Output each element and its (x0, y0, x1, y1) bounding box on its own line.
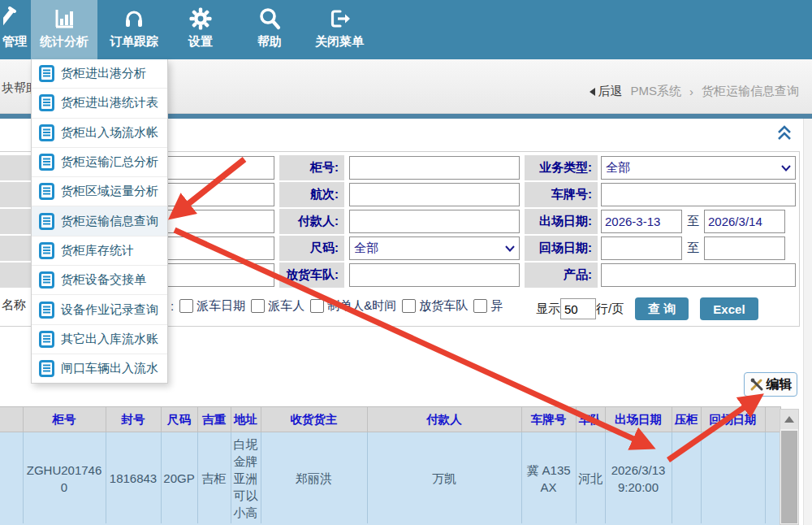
nav-item-order-tracking[interactable]: 订单跟踪 (99, 0, 169, 59)
menu-item-label: 设备作业记录查询 (61, 302, 158, 318)
clipped-tool-icon (3, 6, 26, 32)
results-table: 柜号 封号 尺码 吉重 地址 收货货主 付款人 车牌号 车队 出场日期 压柜 回… (0, 406, 781, 525)
table-header-row: 柜号 封号 尺码 吉重 地址 收货货主 付款人 车牌号 车队 出场日期 压柜 回… (0, 407, 780, 432)
stats-analysis-dropdown: 货柜进出港分析 货柜进出港统计表 货柜出入场流水帐 货柜运输汇总分析 货柜区域运… (31, 59, 168, 384)
checkbox-dispatch-date[interactable] (179, 299, 193, 313)
breadcrumb: 后退 PMS系统 › 货柜运输信息查询 (590, 84, 799, 99)
header-hold: 压柜 (672, 407, 701, 432)
query-button[interactable]: 查 询 (635, 297, 689, 320)
document-icon (39, 154, 54, 171)
cell-consignee: 郑丽洪 (261, 432, 367, 525)
menu-item-region-volume[interactable]: 货柜区域运量分析 (32, 177, 167, 206)
size-select[interactable]: 全部 (349, 236, 520, 260)
nav-item-label: 帮助 (257, 34, 282, 50)
checkbox-dispatcher[interactable] (251, 299, 265, 313)
headset-icon (121, 6, 147, 32)
plate-no-field-wrap (601, 182, 796, 207)
cell-weight: 吉柜 (197, 432, 231, 525)
menu-item-transport-info-query[interactable]: 货柜运输信息查询 (32, 206, 167, 236)
nav-item-close-menu[interactable]: 关闭菜单 (306, 0, 373, 59)
nav-item-manage[interactable]: 管理 (0, 0, 29, 59)
back-triangle-icon (590, 88, 595, 96)
return-date-to-input[interactable] (704, 236, 785, 260)
colon-fragment: : (171, 299, 174, 313)
nav-item-label: 设置 (188, 34, 213, 50)
header-weight: 吉重 (197, 407, 231, 432)
menu-item-container-port-table[interactable]: 货柜进出港统计表 (32, 89, 167, 118)
release-fleet-field-wrap (349, 262, 520, 288)
release-fleet-input[interactable] (349, 263, 520, 287)
exit-date-from-input[interactable] (601, 210, 682, 233)
checkbox-maker-time[interactable] (310, 299, 324, 313)
document-icon (39, 242, 54, 259)
field-label-size: 尺码: (279, 236, 344, 261)
document-icon (39, 183, 54, 200)
checkbox-label: 派车人 (268, 298, 304, 314)
menu-item-inventory-stats[interactable]: 货柜库存统计 (32, 236, 167, 266)
scrollbar-up-button[interactable] (780, 410, 798, 429)
menu-item-label: 货柜运输信息查询 (61, 214, 158, 229)
nav-item-settings[interactable]: 设置 (175, 0, 226, 59)
page-scrollbar-strip[interactable] (803, 119, 812, 525)
header-exit-date: 出场日期 (605, 407, 672, 432)
menu-item-equipment-records[interactable]: 设备作业记录查询 (32, 295, 167, 324)
field-label-payer: 付款人: (279, 209, 344, 234)
nav-item-help[interactable]: 帮助 (245, 0, 294, 59)
menu-item-equipment-handover[interactable]: 货柜设备交接单 (32, 266, 167, 295)
cell-container-no: ZGHU2017460 (23, 432, 106, 525)
menu-item-label: 货柜进出港分析 (61, 66, 146, 81)
checkbox-label: 异 (490, 298, 503, 314)
checkbox-label: 派车日期 (197, 298, 245, 314)
business-type-select[interactable]: 全部 (601, 156, 796, 180)
table-row[interactable]: ZGHU2017460 1816843 20GP 吉柜 白坭金牌亚洲可以小高 郑… (0, 432, 780, 525)
cell-payer: 万凯 (367, 432, 521, 525)
payer-field-wrap (349, 209, 520, 234)
header-consignee: 收货货主 (261, 407, 367, 432)
edit-button[interactable]: 编辑 (744, 372, 797, 397)
excel-button[interactable]: Excel (700, 297, 758, 320)
document-icon (39, 360, 54, 377)
checkbox-release-fleet[interactable] (402, 299, 416, 313)
menu-item-gate-vehicle-flow[interactable]: 闸口车辆出入流水 (32, 354, 167, 383)
field-label-release-fleet: 放货车队: (279, 262, 344, 288)
breadcrumb-system[interactable]: PMS系统 (630, 84, 681, 99)
container-no-field-wrap (349, 155, 520, 180)
menu-item-transport-summary[interactable]: 货柜运输汇总分析 (32, 148, 167, 177)
container-no-input[interactable] (349, 156, 520, 180)
menu-item-label: 货柜进出港统计表 (61, 95, 158, 111)
scrollbar-thumb[interactable] (781, 431, 797, 523)
edit-button-label: 编辑 (767, 376, 793, 393)
nav-item-stats-analysis[interactable]: 统计分析 (31, 0, 97, 59)
collapse-panel-button[interactable] (775, 125, 793, 141)
menu-item-label: 货柜出入场流水帐 (61, 125, 158, 141)
document-icon (39, 302, 54, 319)
menu-item-inout-yard-ledger[interactable]: 货柜出入场流水帐 (32, 119, 167, 148)
top-nav: 管理 统计分析 订单跟踪 (0, 0, 812, 59)
menu-item-label: 货柜运输汇总分析 (61, 154, 158, 170)
return-date-field-wrap: 至 (601, 236, 796, 261)
checkbox-abnormal[interactable] (473, 299, 487, 313)
exit-date-to-input[interactable] (704, 210, 785, 233)
document-icon (39, 213, 54, 230)
pager-row: 显示 行/页 查 询 Excel (536, 296, 758, 322)
cell-address: 白坭金牌亚洲可以小高 (231, 432, 261, 525)
voyage-input[interactable] (349, 183, 520, 206)
table-scrollbar[interactable] (780, 409, 799, 525)
cell-plate-no: 冀 A135AX (521, 432, 576, 525)
business-type-field-wrap: 全部 (601, 155, 796, 180)
show-label: 显示 (536, 302, 560, 317)
menu-item-other-warehouse-ledger[interactable]: 其它出入库流水账 (32, 325, 167, 354)
payer-input[interactable] (349, 210, 520, 233)
cell-return-date (701, 432, 765, 525)
back-label: 后退 (598, 84, 622, 99)
back-button[interactable]: 后退 (590, 84, 622, 99)
menu-item-container-port-analysis[interactable]: 货柜进出港分析 (32, 59, 167, 89)
menu-item-label: 货柜库存统计 (61, 243, 134, 258)
product-input[interactable] (601, 263, 796, 287)
return-date-from-input[interactable] (601, 236, 682, 260)
menu-item-label: 货柜区域运量分析 (61, 184, 158, 199)
rows-per-page-input[interactable] (560, 298, 596, 319)
exit-date-field-wrap: 至 (601, 209, 796, 234)
plate-no-input[interactable] (601, 183, 796, 206)
voyage-field-wrap (349, 182, 520, 207)
